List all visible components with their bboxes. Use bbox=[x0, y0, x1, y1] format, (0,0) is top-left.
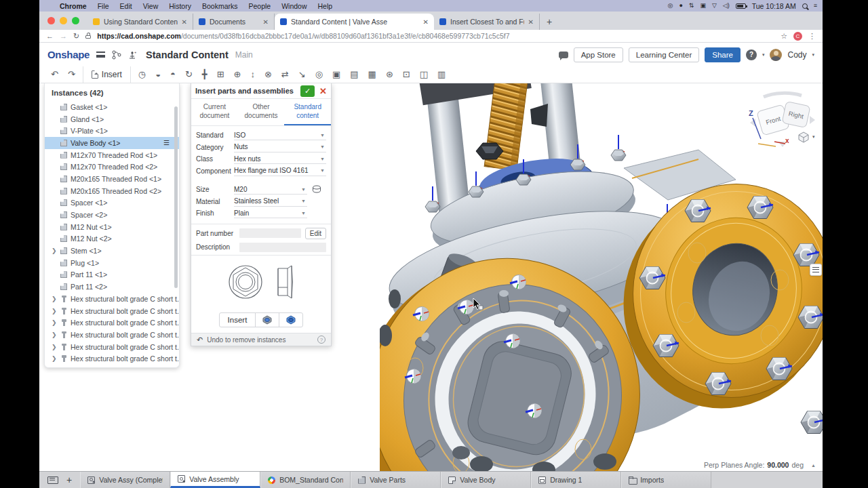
insert-button[interactable]: Insert bbox=[220, 313, 256, 327]
expand-chevron-icon[interactable]: ❯ bbox=[52, 296, 57, 302]
tab-close-icon[interactable]: ✕ bbox=[423, 18, 429, 26]
expand-chevron-icon[interactable]: ❯ bbox=[52, 331, 57, 338]
toolbar-tool-icon[interactable]: ◫ bbox=[415, 66, 433, 83]
expand-status-caret-icon[interactable]: ▲ bbox=[811, 463, 816, 468]
volume-icon[interactable]: ◁) bbox=[723, 3, 730, 9]
instance-row[interactable]: ❯ Gasket <1> ☰ bbox=[45, 101, 179, 113]
toolbar-tool-icon[interactable]: ⊞ bbox=[212, 66, 229, 83]
show-console-icon[interactable] bbox=[47, 476, 58, 484]
app-store-button[interactable]: App Store bbox=[574, 47, 623, 62]
secure-lock-icon[interactable] bbox=[85, 33, 91, 39]
mate-connector-icon[interactable]: + bbox=[128, 50, 136, 60]
instance-row[interactable]: ❯ Part 11 <1> ☰ bbox=[45, 269, 179, 281]
configure-size-icon[interactable] bbox=[312, 184, 321, 196]
new-tab-button[interactable]: + bbox=[547, 16, 552, 27]
tab-close-icon[interactable]: ✕ bbox=[182, 18, 187, 26]
menu-item[interactable]: People bbox=[248, 2, 271, 10]
expand-chevron-icon[interactable]: ❯ bbox=[52, 247, 57, 254]
toolbar-tool-icon[interactable]: ▥ bbox=[433, 66, 450, 83]
element-tab[interactable]: Imports bbox=[621, 472, 711, 488]
tab-close-icon[interactable]: ✕ bbox=[263, 18, 269, 26]
instance-row[interactable]: ❯ Hex structural bolt grade C short t...… bbox=[45, 305, 179, 317]
element-tab[interactable]: Valve Assembly bbox=[170, 472, 260, 488]
instance-row[interactable]: ❯ M20x165 Threaded Rod <2> ☰ bbox=[45, 185, 179, 197]
edit-button[interactable]: Edit bbox=[305, 228, 326, 239]
battery-icon[interactable] bbox=[736, 3, 746, 9]
add-element-button[interactable]: + bbox=[66, 474, 72, 485]
toolbar-tool-icon[interactable]: ╋ bbox=[197, 66, 212, 83]
toolbar-tool-icon[interactable]: ↻ bbox=[180, 66, 197, 83]
instance-row[interactable]: ❯ Stem <1> ☰ bbox=[45, 245, 179, 257]
dropdown[interactable]: ISO ▼ bbox=[234, 130, 326, 140]
browser-menu-icon[interactable]: ⋮ bbox=[808, 32, 816, 41]
menu-item[interactable]: Chrome bbox=[60, 2, 87, 10]
menu-item[interactable]: View bbox=[143, 2, 159, 10]
toolbar-tool-icon[interactable]: ⊕ bbox=[229, 66, 246, 83]
menu-item[interactable]: Edit bbox=[120, 2, 132, 10]
display-states-flyout-button[interactable] bbox=[810, 264, 822, 276]
expand-chevron-icon[interactable]: ❯ bbox=[52, 308, 57, 314]
menu-item[interactable]: Help bbox=[318, 2, 333, 10]
control-center-icon[interactable]: ≡ bbox=[814, 3, 817, 9]
bookmark-star-icon[interactable]: ☆ bbox=[781, 32, 787, 41]
instance-row[interactable]: ❯ Hex structural bolt grade C short t...… bbox=[45, 329, 179, 341]
configuration-icon[interactable]: ☰ bbox=[163, 139, 170, 146]
instance-row[interactable]: ❯ M12x70 Threaded Rod <1> ☰ bbox=[45, 149, 179, 161]
instance-row[interactable]: ❯ M12x70 Threaded Rod <2> ☰ bbox=[45, 161, 179, 173]
document-title[interactable]: Standard Content bbox=[146, 49, 229, 60]
toolbar-tool-icon[interactable]: ↕ bbox=[245, 66, 260, 83]
menu-item[interactable]: Bookmarks bbox=[202, 2, 238, 10]
learning-center-button[interactable]: Learning Center bbox=[629, 47, 699, 62]
instance-row[interactable]: ❯ M12 Nut <1> ☰ bbox=[45, 221, 179, 233]
spotlight-search-icon[interactable] bbox=[802, 3, 808, 9]
menu-item[interactable]: File bbox=[98, 2, 109, 10]
instance-row[interactable]: ❯ Spacer <1> ☰ bbox=[45, 197, 179, 209]
workspace-name[interactable]: Main bbox=[235, 50, 253, 60]
wifi-icon[interactable]: ▽ bbox=[712, 3, 717, 9]
documents-menu-icon[interactable] bbox=[96, 52, 105, 58]
browser-tab[interactable]: Documents ✕ bbox=[193, 14, 275, 30]
redo-icon[interactable]: ↷ bbox=[63, 66, 80, 83]
toolbar-tool-icon[interactable]: ▣ bbox=[328, 66, 345, 83]
toolbar-tool-icon[interactable]: ▦ bbox=[363, 66, 381, 83]
instance-row[interactable]: ❯ Valve Body <1> ☰ bbox=[45, 137, 179, 149]
zoom-window-button[interactable] bbox=[72, 17, 79, 24]
dropdown[interactable]: M20 ▼ bbox=[234, 184, 307, 195]
accept-button[interactable]: ✓ bbox=[300, 85, 315, 97]
menu-item[interactable]: History bbox=[169, 2, 191, 10]
reload-icon[interactable]: ↻ bbox=[73, 32, 79, 41]
dropdown[interactable]: Nuts ▼ bbox=[234, 142, 326, 152]
menu-clock[interactable]: Tue 10:18 AM bbox=[752, 2, 796, 10]
instance-row[interactable]: ❯ Plug <1> ☰ bbox=[45, 257, 179, 269]
undo-icon[interactable]: ↶ bbox=[46, 66, 63, 83]
comments-icon[interactable] bbox=[559, 52, 568, 58]
dialog-tab[interactable]: Standard content bbox=[284, 99, 331, 125]
instance-row[interactable]: ❯ Hex structural bolt grade C short t...… bbox=[45, 341, 179, 353]
element-tab[interactable]: Valve Body bbox=[441, 472, 531, 488]
dialog-tab[interactable]: Other documents bbox=[238, 99, 285, 125]
toolbar-tool-icon[interactable]: ◒ bbox=[151, 66, 165, 83]
instance-row[interactable]: ❯ Hex structural bolt grade C short t...… bbox=[45, 317, 179, 329]
instance-row[interactable]: ❯ Spacer <2> ☰ bbox=[45, 209, 179, 221]
dropdown[interactable]: Hex flange nut ISO 4161 ▼ bbox=[234, 166, 326, 176]
browser-tab[interactable]: Insert Closest To and Furthes ✕ bbox=[434, 14, 540, 30]
user-avatar[interactable] bbox=[770, 49, 782, 61]
share-button[interactable]: Share bbox=[705, 47, 741, 62]
expand-chevron-icon[interactable]: ❯ bbox=[52, 344, 57, 350]
element-tab[interactable]: Valve Assy (Complete) bbox=[80, 472, 170, 488]
isometric-cube-icon[interactable] bbox=[797, 131, 810, 143]
description-input[interactable] bbox=[239, 243, 326, 252]
forward-icon[interactable]: → bbox=[60, 32, 67, 40]
toolbar-tool-icon[interactable]: ◷ bbox=[134, 66, 151, 83]
versions-icon[interactable] bbox=[112, 50, 121, 60]
instance-row[interactable]: ❯ Hex structural bolt grade C short t...… bbox=[45, 293, 179, 305]
status-icon-keyboard[interactable]: ⇅ bbox=[689, 3, 694, 9]
dropdown[interactable]: Stainless Steel ▼ bbox=[234, 197, 307, 207]
toolbar-tool-icon[interactable]: ⊛ bbox=[381, 66, 398, 83]
window-controls[interactable] bbox=[39, 12, 87, 30]
close-window-button[interactable] bbox=[47, 17, 55, 24]
status-icon-app2[interactable]: ● bbox=[679, 3, 682, 9]
close-dialog-button[interactable]: ✕ bbox=[319, 86, 327, 96]
minimize-window-button[interactable] bbox=[60, 17, 67, 24]
element-tab[interactable]: BOM_Standard Content-... bbox=[260, 472, 351, 488]
